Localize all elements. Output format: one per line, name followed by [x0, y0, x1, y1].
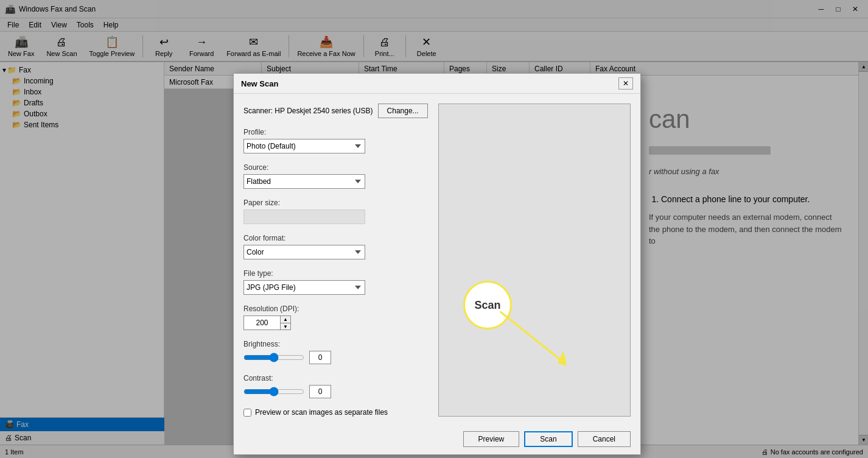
scan-button[interactable]: Scan	[524, 431, 572, 447]
checkbox-row: Preview or scan images as separate files	[243, 408, 429, 417]
file-type-label: File type:	[243, 269, 429, 278]
source-row: Source: FlatbedADF	[243, 163, 429, 189]
contrast-value[interactable]	[309, 385, 331, 398]
brightness-value[interactable]	[309, 351, 331, 364]
contrast-slider-wrap	[243, 385, 429, 398]
separate-files-label: Preview or scan images as separate files	[255, 408, 388, 417]
resolution-row: Resolution (DPI): ▲ ▼	[243, 305, 429, 330]
paper-size-input	[243, 210, 365, 224]
scan-arrow-indicator	[500, 311, 573, 372]
modal-body: Scanner: HP Deskjet 2540 series (USB) Ch…	[234, 94, 640, 426]
paper-size-label: Paper size:	[243, 199, 429, 207]
scan-callout-label: Scan	[474, 299, 500, 312]
modal-footer: Preview Scan Cancel	[234, 426, 640, 454]
modal-form: Scanner: HP Deskjet 2540 series (USB) Ch…	[243, 104, 438, 417]
modal-titlebar: New Scan ✕	[234, 74, 640, 94]
contrast-slider[interactable]	[243, 387, 304, 396]
file-type-row: File type: JPG (JPG File)PNG (PNG File)P…	[243, 269, 429, 295]
brightness-slider[interactable]	[243, 353, 304, 362]
color-format-select[interactable]: ColorGrayscaleBlack and White	[243, 245, 365, 259]
resolution-down-btn[interactable]: ▼	[280, 323, 291, 330]
color-format-row: Color format: ColorGrayscaleBlack and Wh…	[243, 234, 429, 259]
source-label: Source:	[243, 163, 429, 172]
change-scanner-button[interactable]: Change...	[378, 104, 428, 118]
separate-files-checkbox[interactable]	[243, 409, 251, 417]
profile-select[interactable]: Photo (Default)DocumentsCustom	[243, 139, 365, 153]
scan-preview-area: Scan	[438, 104, 631, 417]
svg-line-0	[500, 311, 561, 360]
paper-size-row: Paper size:	[243, 199, 429, 224]
source-select[interactable]: FlatbedADF	[243, 174, 365, 189]
scanner-label-text: Scanner: HP Deskjet 2540 series (USB)	[243, 107, 373, 115]
brightness-label: Brightness:	[243, 340, 429, 348]
resolution-input-wrap: ▲ ▼	[243, 315, 429, 330]
contrast-row: Contrast:	[243, 374, 429, 398]
modal-title: New Scan	[241, 79, 278, 88]
brightness-slider-wrap	[243, 351, 429, 364]
profile-label: Profile:	[243, 128, 429, 136]
resolution-up-btn[interactable]: ▲	[280, 315, 291, 323]
file-type-select[interactable]: JPG (JPG File)PNG (PNG File)PDF (PDF Fil…	[243, 280, 365, 295]
modal-close-button[interactable]: ✕	[618, 77, 633, 90]
contrast-label: Contrast:	[243, 374, 429, 382]
scanner-row: Scanner: HP Deskjet 2540 series (USB) Ch…	[243, 104, 429, 118]
preview-button[interactable]: Preview	[463, 431, 520, 447]
new-scan-dialog: New Scan ✕ Scanner: HP Deskjet 2540 seri…	[233, 73, 641, 455]
profile-row: Profile: Photo (Default)DocumentsCustom	[243, 128, 429, 153]
resolution-input[interactable]	[243, 315, 280, 330]
resolution-spinner: ▲ ▼	[280, 315, 291, 330]
color-format-label: Color format:	[243, 234, 429, 242]
brightness-row: Brightness:	[243, 340, 429, 364]
resolution-label: Resolution (DPI):	[243, 305, 429, 313]
modal-overlay: New Scan ✕ Scanner: HP Deskjet 2540 seri…	[0, 0, 868, 458]
scanner-info: Scanner: HP Deskjet 2540 series (USB) Ch…	[243, 104, 429, 118]
cancel-button[interactable]: Cancel	[578, 431, 631, 447]
